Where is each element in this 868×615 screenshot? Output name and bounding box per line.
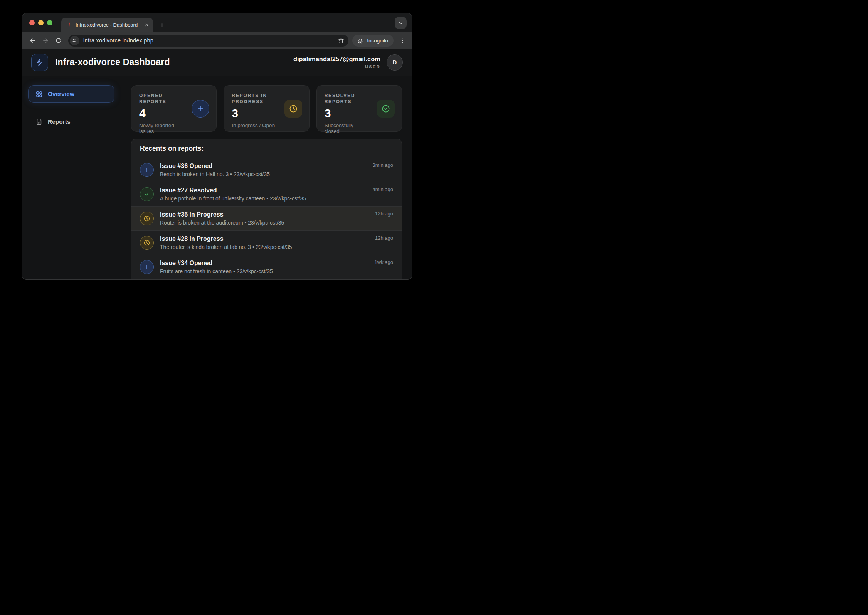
stat-caption: Newly reported issues <box>139 123 184 134</box>
recent-timestamp: 12h ago <box>375 235 393 241</box>
stat-card-in-progress: REPORTS IN PROGRESS 3 In progress / Open <box>224 85 309 132</box>
minimize-window-button[interactable] <box>38 20 44 25</box>
recent-timestamp: 1wk ago <box>375 259 393 265</box>
browser-toolbar: infra.xodivorce.in/index.php Incognito <box>22 32 412 49</box>
tab-close-icon[interactable] <box>144 22 149 27</box>
recent-row-text: Issue #28 In Progress The router is kind… <box>160 235 375 250</box>
plus-circle-icon <box>140 163 154 177</box>
clock-icon <box>140 236 154 250</box>
stat-label: REPORTS IN PROGRESS <box>232 92 276 105</box>
recent-description: Router is broken at the auditoreum • 23/… <box>160 220 375 226</box>
address-bar[interactable]: infra.xodivorce.in/index.php <box>68 35 348 47</box>
recent-description: Bench is broken in Hall no. 3 • 23/v/kpc… <box>160 171 373 177</box>
clock-icon <box>284 100 302 118</box>
reload-button[interactable] <box>53 35 64 46</box>
stat-value: 4 <box>139 108 184 119</box>
page-header: Infra-xodivorce Dashboard dipalimandal25… <box>22 49 412 76</box>
recent-row-text: Issue #27 Resolved A huge pothole in fro… <box>160 187 373 202</box>
stat-caption: Successfully closed <box>325 123 369 134</box>
recents-panel: Recents on reports: Issue #36 Opened Ben… <box>131 139 402 279</box>
browser-menu-button[interactable] <box>397 35 407 46</box>
forward-button[interactable] <box>40 35 51 46</box>
close-window-button[interactable] <box>29 20 35 25</box>
recent-row-text: Issue #36 Opened Bench is broken in Hall… <box>160 163 373 177</box>
sidebar: Overview Reports <box>22 76 121 279</box>
page-title: Infra-xodivorce Dashboard <box>55 57 170 67</box>
grid-icon <box>35 91 43 98</box>
recent-row-text: Issue #34 Opened Fruits are not fresh in… <box>160 260 375 274</box>
sidebar-item-label: Overview <box>48 91 74 97</box>
stat-card-resolved: RESOLVED REPORTS 3 Successfully closed <box>316 85 402 132</box>
stat-value: 3 <box>232 108 276 119</box>
file-chart-icon <box>35 118 43 126</box>
recent-row-issue-34[interactable]: Issue #34 Opened Fruits are not fresh in… <box>131 255 402 279</box>
new-tab-button[interactable] <box>156 19 167 30</box>
recent-row-issue-28[interactable]: Issue #28 In Progress The router is kind… <box>131 230 402 255</box>
incognito-label: Incognito <box>367 38 388 44</box>
check-icon <box>140 187 154 201</box>
user-info: dipalimandal257@gmail.com USER <box>293 55 380 69</box>
recents-title: Recents on reports: <box>131 139 402 158</box>
recent-description: The router is kinda broken at lab no. 3 … <box>160 244 375 250</box>
user-role-badge: USER <box>293 64 380 69</box>
incognito-badge: Incognito <box>352 35 394 47</box>
recent-row-issue-27[interactable]: Issue #27 Resolved A huge pothole in fro… <box>131 182 402 206</box>
recent-row-issue-36[interactable]: Issue #36 Opened Bench is broken in Hall… <box>131 158 402 182</box>
recent-timestamp: 3min ago <box>373 162 393 168</box>
browser-window: Infra-xodivorce - Dashboard infra.xodivo… <box>22 13 412 280</box>
recent-row-issue-35[interactable]: Issue #35 In Progress Router is broken a… <box>131 206 402 230</box>
sidebar-item-label: Reports <box>48 118 71 125</box>
recent-title: Issue #34 Opened <box>160 260 375 267</box>
user-email: dipalimandal257@gmail.com <box>293 55 380 63</box>
recent-title: Issue #35 In Progress <box>160 211 375 218</box>
recent-title: Issue #36 Opened <box>160 163 373 170</box>
tab-title: Infra-xodivorce - Dashboard <box>76 22 141 28</box>
stat-card-opened: OPENED REPORTS 4 Newly reported issues <box>131 85 217 132</box>
recent-row-partial <box>131 279 402 279</box>
plus-circle-icon <box>140 260 154 274</box>
stat-value: 3 <box>325 108 369 119</box>
stat-label: OPENED REPORTS <box>139 92 184 105</box>
add-report-button[interactable] <box>192 100 209 118</box>
bookmark-star-icon[interactable] <box>336 35 346 45</box>
tab-search-button[interactable] <box>395 17 407 29</box>
tab-strip: Infra-xodivorce - Dashboard <box>22 13 412 32</box>
incognito-icon <box>357 37 364 44</box>
recent-title: Issue #28 In Progress <box>160 235 375 242</box>
dashboard-page: Infra-xodivorce Dashboard dipalimandal25… <box>22 49 412 279</box>
recent-title: Issue #27 Resolved <box>160 187 373 194</box>
back-button[interactable] <box>27 35 38 46</box>
recent-timestamp: 12h ago <box>375 211 393 217</box>
stat-label: RESOLVED REPORTS <box>325 92 369 105</box>
favicon-icon <box>66 22 72 28</box>
sidebar-item-reports[interactable]: Reports <box>28 113 114 131</box>
stats-row: OPENED REPORTS 4 Newly reported issues R… <box>131 85 402 132</box>
avatar[interactable]: D <box>387 54 403 71</box>
page-body: Overview Reports OPENED REPORTS 4 <box>22 76 412 279</box>
window-controls <box>29 20 52 25</box>
zoom-window-button[interactable] <box>47 20 52 25</box>
check-circle-icon <box>377 100 395 118</box>
app-logo <box>31 54 48 71</box>
clock-icon <box>140 212 154 225</box>
recent-description: A huge pothole in front of university ca… <box>160 195 373 202</box>
recent-row-text: Issue #35 In Progress Router is broken a… <box>160 211 375 226</box>
site-settings-icon[interactable] <box>70 36 79 45</box>
browser-tab[interactable]: Infra-xodivorce - Dashboard <box>61 18 153 32</box>
main-content: OPENED REPORTS 4 Newly reported issues R… <box>121 76 412 279</box>
recent-timestamp: 4min ago <box>373 187 393 192</box>
url-text[interactable]: infra.xodivorce.in/index.php <box>83 37 336 44</box>
recent-description: Fruits are not fresh in canteen • 23/v/k… <box>160 268 375 274</box>
stat-caption: In progress / Open <box>232 123 276 128</box>
sidebar-item-overview[interactable]: Overview <box>28 85 114 103</box>
